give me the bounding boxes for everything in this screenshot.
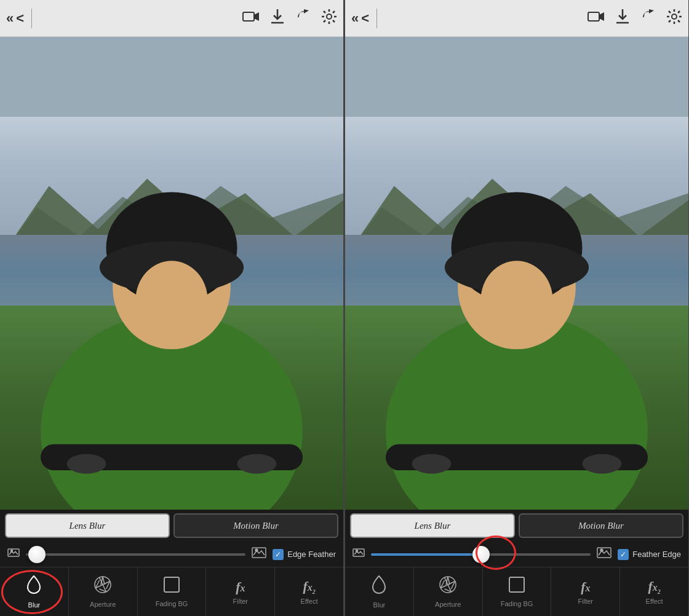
- left-controls: Lens Blur Motion Blur: [0, 510, 343, 616]
- effect-icon-right: fx2: [648, 578, 660, 595]
- left-nav-fadingbg[interactable]: Fading BG: [138, 567, 207, 616]
- right-bottom-nav: Blur Ape: [345, 567, 688, 616]
- svg-point-41: [480, 261, 552, 339]
- left-nav-blur[interactable]: Blur: [0, 567, 69, 616]
- left-slider-row: ✓ Edge Feather: [0, 542, 343, 567]
- left-effect-label: Effect: [301, 598, 318, 605]
- right-slider-thumb[interactable]: [472, 546, 490, 563]
- left-blur-label: Blur: [28, 601, 41, 609]
- right-person-svg: [345, 117, 688, 510]
- right-photo-area: [345, 37, 688, 510]
- right-nav-filter[interactable]: fx Filter: [551, 567, 620, 616]
- left-nav-controls: « <: [6, 12, 24, 25]
- blur-icon-right: [370, 575, 388, 599]
- right-slider-track[interactable]: [371, 553, 591, 556]
- svg-point-13: [67, 454, 106, 473]
- svg-point-11: [135, 261, 207, 339]
- download-icon[interactable]: [271, 9, 284, 28]
- filter-icon-left: fx: [236, 579, 245, 595]
- right-image-large-icon: [597, 547, 611, 562]
- svg-rect-29: [164, 577, 179, 592]
- right-fadingbg-label: Fading BG: [501, 600, 533, 607]
- svg-point-44: [583, 454, 622, 473]
- left-toolbar: « <: [0, 0, 343, 37]
- motion-blur-tab-right[interactable]: Motion Blur: [519, 513, 683, 538]
- image-large-icon: [252, 547, 266, 562]
- image-small-icon: [7, 547, 20, 561]
- svg-point-16: [11, 550, 13, 552]
- aperture-icon-right: [439, 575, 457, 598]
- left-slider-track[interactable]: [26, 553, 245, 556]
- left-feather-checkbox[interactable]: ✓: [273, 549, 284, 560]
- left-edge-feather-label: Edge Feather: [287, 550, 336, 559]
- right-slider-row: ✓ Feather Edge: [345, 542, 688, 567]
- svg-rect-30: [588, 12, 599, 21]
- right-effect-label: Effect: [646, 598, 663, 605]
- fadingbg-icon-right: [508, 576, 525, 598]
- blur-icon-left: [25, 575, 42, 599]
- right-nav-blur[interactable]: Blur: [345, 567, 414, 616]
- camera-icon[interactable]: [242, 10, 260, 27]
- right-image-small-icon: [352, 547, 365, 561]
- right-back-single-icon[interactable]: <: [361, 12, 369, 25]
- left-fadingbg-label: Fading BG: [156, 600, 188, 607]
- right-nav-controls: « <: [351, 12, 369, 25]
- right-toolbar-divider: [376, 9, 377, 28]
- right-blur-tabs: Lens Blur Motion Blur: [345, 510, 688, 542]
- share-icon[interactable]: [295, 9, 310, 28]
- left-nav-filter[interactable]: fx Filter: [206, 567, 275, 616]
- right-filter-label: Filter: [578, 598, 593, 605]
- left-nav-aperture[interactable]: Aperture: [69, 567, 138, 616]
- left-gray-bar: [0, 37, 343, 117]
- right-nav-effect[interactable]: fx2 Effect: [620, 567, 688, 616]
- right-controls: Lens Blur Motion Blur: [345, 510, 688, 616]
- right-edge-feather: ✓ Feather Edge: [618, 549, 681, 560]
- right-download-icon[interactable]: [616, 9, 629, 28]
- lens-blur-tab-left[interactable]: Lens Blur: [5, 513, 170, 538]
- svg-point-48: [600, 549, 603, 551]
- svg-marker-31: [599, 12, 604, 21]
- back-double-icon[interactable]: «: [6, 12, 14, 25]
- motion-blur-tab-left[interactable]: Motion Blur: [173, 513, 338, 538]
- left-edge-feather: ✓ Edge Feather: [273, 549, 336, 560]
- svg-point-4: [327, 14, 332, 19]
- right-gray-bar: [345, 37, 688, 117]
- right-toolbar: « <: [345, 0, 688, 37]
- svg-point-46: [356, 550, 358, 552]
- left-panel: « <: [0, 0, 344, 616]
- right-blur-label: Blur: [373, 601, 386, 609]
- toolbar-divider: [31, 9, 32, 28]
- svg-point-18: [255, 549, 258, 551]
- svg-point-43: [412, 454, 452, 473]
- right-settings-icon[interactable]: [666, 9, 682, 28]
- svg-rect-0: [243, 12, 254, 21]
- left-blur-tabs: Lens Blur Motion Blur: [0, 510, 343, 542]
- right-feather-checkbox[interactable]: ✓: [618, 549, 629, 560]
- right-aperture-label: Aperture: [435, 601, 461, 608]
- lens-blur-tab-right[interactable]: Lens Blur: [350, 513, 515, 538]
- right-toolbar-actions: [587, 9, 682, 28]
- settings-icon[interactable]: [321, 9, 337, 28]
- back-single-icon[interactable]: <: [16, 12, 24, 25]
- left-slider-thumb[interactable]: [28, 546, 46, 563]
- toolbar-actions: [242, 9, 337, 28]
- effect-icon-left: fx2: [303, 578, 315, 595]
- right-share-icon[interactable]: [640, 9, 655, 28]
- right-edge-feather-label: Feather Edge: [632, 550, 681, 559]
- svg-point-34: [672, 14, 677, 19]
- left-aperture-label: Aperture: [90, 601, 116, 608]
- right-nav-fadingbg[interactable]: Fading BG: [483, 567, 552, 616]
- svg-marker-1: [254, 12, 259, 21]
- right-nav-aperture[interactable]: Aperture: [414, 567, 483, 616]
- filter-icon-right: fx: [581, 579, 590, 595]
- left-bottom-nav: Blur Ape: [0, 567, 343, 616]
- left-filter-label: Filter: [233, 598, 248, 605]
- right-camera-icon[interactable]: [587, 10, 605, 27]
- right-back-double-icon[interactable]: «: [351, 12, 359, 25]
- aperture-icon-left: [94, 575, 112, 598]
- right-panel: « <: [345, 0, 689, 616]
- svg-point-14: [237, 454, 277, 473]
- left-nav-effect[interactable]: fx2 Effect: [275, 567, 343, 616]
- svg-rect-59: [509, 577, 524, 592]
- left-photo-area: [0, 37, 343, 510]
